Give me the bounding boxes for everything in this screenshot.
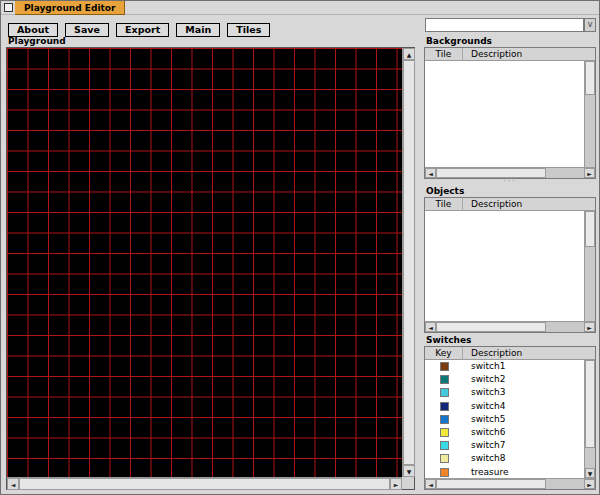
switch-color-swatch <box>440 375 449 384</box>
switch-description: switch7 <box>463 439 584 452</box>
backgrounds-list-header: Tile Description <box>425 48 595 61</box>
switch-description: switch3 <box>463 386 584 399</box>
switch-row[interactable]: switch1 <box>425 360 584 373</box>
switch-row[interactable]: switch6 <box>425 426 584 439</box>
switches-vscroll-thumb[interactable] <box>585 360 595 448</box>
switch-row[interactable]: switch2 <box>425 373 584 386</box>
backgrounds-vscrollbar[interactable] <box>584 61 595 167</box>
scroll-right-icon[interactable]: ► <box>390 478 402 490</box>
save-button[interactable]: Save <box>65 23 109 37</box>
playground-editor-window: Playground Editor About Save Export Main… <box>0 0 600 495</box>
switch-row[interactable]: treasure <box>425 466 584 479</box>
switch-description: switch2 <box>463 373 584 386</box>
switch-color-swatch <box>440 428 449 437</box>
column-header-tile[interactable]: Tile <box>425 198 463 211</box>
backgrounds-label: Backgrounds <box>424 36 596 47</box>
tiles-button[interactable]: Tiles <box>227 23 270 37</box>
objects-vscroll-thumb[interactable] <box>585 211 595 247</box>
switches-vscrollbar[interactable]: ▼ <box>584 360 595 478</box>
scroll-down-icon[interactable]: ▼ <box>585 468 595 478</box>
playground-vscroll-thumb[interactable] <box>403 60 415 465</box>
switch-row[interactable]: switch4 <box>425 400 584 413</box>
switch-color-swatch <box>440 454 449 463</box>
chevron-down-icon[interactable]: v <box>584 18 596 32</box>
backgrounds-listbox: Tile Description ◄ ► <box>424 47 596 179</box>
switches-hscroll-thumb[interactable] <box>436 479 546 489</box>
playground-vscrollbar[interactable]: ▲ ▼ <box>402 48 414 477</box>
objects-vscrollbar[interactable] <box>584 211 595 321</box>
window-title[interactable]: Playground Editor <box>15 1 125 15</box>
objects-panel: Objects Tile Description ◄ ► <box>424 186 596 333</box>
switch-description: switch4 <box>463 400 584 413</box>
playground-panel: Playground ▲ ▼ ◄ ► <box>6 36 415 490</box>
scroll-left-icon[interactable]: ◄ <box>425 168 436 178</box>
playground-hscrollbar[interactable]: ◄ ► <box>7 477 402 489</box>
tile-selector-combo: v <box>425 18 596 32</box>
playground-hscroll-thumb[interactable] <box>19 478 390 490</box>
switch-color-swatch <box>440 441 449 450</box>
tile-selector-value[interactable] <box>425 18 584 32</box>
objects-listbox: Tile Description ◄ ► <box>424 197 596 333</box>
column-header-description[interactable]: Description <box>463 198 595 211</box>
switch-color-swatch <box>440 388 449 397</box>
backgrounds-vscroll-thumb[interactable] <box>585 61 595 95</box>
switch-row[interactable]: switch7 <box>425 439 584 452</box>
backgrounds-hscroll-thumb[interactable] <box>436 168 546 178</box>
about-button[interactable]: About <box>8 23 58 37</box>
switches-listbox: Key Description switch1 switch2 <box>424 346 596 490</box>
close-button[interactable] <box>4 3 13 12</box>
objects-hscrollbar[interactable]: ◄ ► <box>425 321 595 332</box>
switches-list[interactable]: switch1 switch2 switch3 switch4 <box>425 360 584 478</box>
main-button[interactable]: Main <box>176 23 220 37</box>
objects-list[interactable] <box>425 211 584 321</box>
scroll-right-icon[interactable]: ► <box>584 322 595 332</box>
scrollbar-corner <box>402 477 414 489</box>
scroll-left-icon[interactable]: ◄ <box>425 322 436 332</box>
column-header-tile[interactable]: Tile <box>425 48 463 61</box>
scroll-down-icon[interactable]: ▼ <box>403 465 415 477</box>
objects-hscroll-thumb[interactable] <box>436 322 546 332</box>
backgrounds-panel: Backgrounds Tile Description ◄ ► <box>424 36 596 179</box>
scroll-left-icon[interactable]: ◄ <box>7 478 19 490</box>
column-header-description[interactable]: Description <box>463 48 595 61</box>
export-button[interactable]: Export <box>116 23 169 37</box>
switches-hscrollbar[interactable]: ◄ ► <box>425 478 595 489</box>
playground-canvas[interactable] <box>7 48 402 477</box>
switch-row[interactable]: switch3 <box>425 386 584 399</box>
panel-splitter[interactable]: ··· <box>424 179 596 185</box>
switch-color-swatch <box>440 415 449 424</box>
column-header-description[interactable]: Description <box>463 347 595 360</box>
column-header-key[interactable]: Key <box>425 347 463 360</box>
switch-row[interactable]: switch8 <box>425 452 584 465</box>
switches-label: Switches <box>424 335 596 346</box>
switch-description: treasure <box>463 466 584 478</box>
switch-description: switch8 <box>463 452 584 465</box>
switch-description: switch6 <box>463 426 584 439</box>
switch-row[interactable]: switch5 <box>425 413 584 426</box>
scroll-right-icon[interactable]: ► <box>584 479 595 489</box>
titlebar[interactable]: Playground Editor <box>1 1 599 15</box>
backgrounds-list[interactable] <box>425 61 584 167</box>
switches-panel: Switches Key Description switch1 switch2 <box>424 335 596 490</box>
objects-list-header: Tile Description <box>425 198 595 211</box>
switch-color-swatch <box>440 402 449 411</box>
switches-list-header: Key Description <box>425 347 595 360</box>
objects-label: Objects <box>424 186 596 197</box>
switch-color-swatch <box>440 362 449 371</box>
toolbar: About Save Export Main Tiles <box>8 18 272 32</box>
switch-description: switch5 <box>463 413 584 426</box>
scroll-right-icon[interactable]: ► <box>584 168 595 178</box>
switch-color-swatch <box>440 468 449 477</box>
playground-label: Playground <box>6 36 415 47</box>
switch-description: switch1 <box>463 360 584 373</box>
scroll-up-icon[interactable]: ▲ <box>403 48 415 60</box>
scroll-left-icon[interactable]: ◄ <box>425 479 436 489</box>
playground-body: ▲ ▼ ◄ ► <box>6 47 415 490</box>
